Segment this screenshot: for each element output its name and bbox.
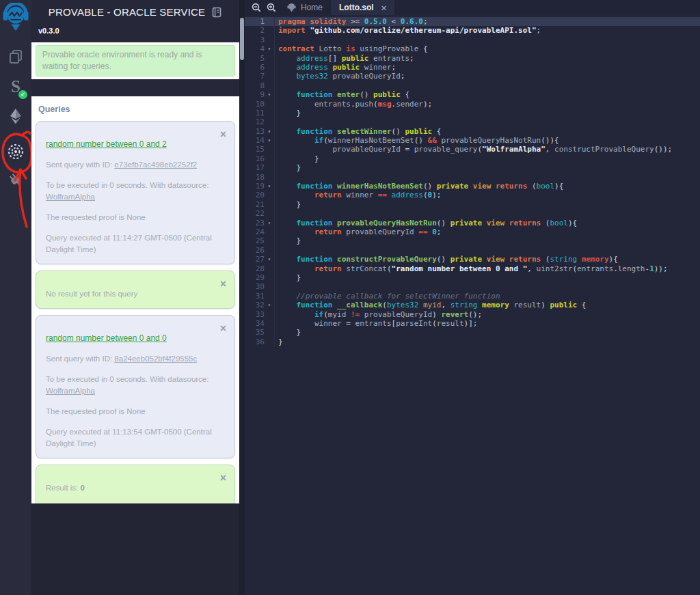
sidebar-item-solidity-compiler[interactable]: S ✓ (0, 78, 31, 95)
book-icon[interactable] (211, 7, 222, 18)
gutter: 35 (245, 328, 275, 337)
code-line: 1pragma solidity >= 0.5.0 < 0.6.0; (245, 17, 700, 26)
code-line-text: winner = entrants[parseInt(result)]; (275, 319, 477, 328)
line-number: 17 (245, 163, 265, 172)
line-number: 7 (245, 72, 265, 81)
zoom-in-button[interactable] (264, 0, 279, 15)
query-title-link[interactable]: random number between 0 and 2 (46, 139, 167, 149)
fold-arrow-icon[interactable]: ▾ (265, 127, 274, 136)
gutter: 15 (245, 145, 275, 154)
code-line: 32▾ function __callback(bytes32 myid, st… (245, 301, 700, 309)
code-line-text: } (275, 200, 301, 209)
fold-spacer (265, 26, 274, 35)
gutter: 18 (245, 173, 275, 182)
fold-spacer (265, 154, 274, 163)
line-number: 35 (245, 328, 265, 337)
gutter: 10 (245, 100, 275, 109)
gutter: 30 (245, 282, 275, 291)
query-card: ×Result is: 0Received at 11:14:05 GMT-05… (36, 465, 235, 503)
sidebar-item-deploy-run[interactable] (0, 108, 31, 124)
gutter: 11 (245, 109, 275, 117)
gutter: 22 (245, 209, 275, 218)
close-tab-icon[interactable]: × (381, 3, 387, 13)
fold-arrow-icon[interactable]: ▾ (265, 301, 274, 309)
close-card-button[interactable]: × (220, 129, 226, 140)
line-number: 8 (245, 81, 265, 90)
gutter: 8 (245, 81, 275, 90)
sidebar-item-provable-plugin[interactable] (0, 142, 31, 161)
code-area[interactable]: 1pragma solidity >= 0.5.0 < 0.6.0;2impor… (245, 15, 700, 595)
code-line: 34 winner = entrants[parseInt(result)]; (245, 319, 700, 328)
query-title-link[interactable]: random number between 0 and 0 (46, 333, 167, 343)
panel-scrollbar-track (239, 0, 245, 595)
gutter: 34 (245, 319, 275, 328)
line-number: 25 (245, 236, 265, 245)
fold-arrow-icon[interactable]: ▾ (265, 219, 274, 227)
tab-list: HomeLotto.sol× (279, 0, 394, 15)
code-line-text: //provable callback for selectWinner fun… (275, 292, 500, 301)
zoom-out-button[interactable] (249, 0, 264, 15)
code-line-text: return winner == address(0); (275, 191, 441, 199)
sidebar-item-plugin-manager[interactable] (0, 172, 31, 189)
code-line: 16 } (245, 154, 700, 163)
code-line: 18 (245, 173, 700, 182)
code-line: 23▾ function provableQueryHasNotRun() pr… (245, 219, 700, 227)
fold-arrow-icon[interactable]: ▾ (265, 182, 274, 191)
query-id-link[interactable]: 8a24eeb052bf4f29555c (114, 355, 197, 363)
gutter: 33 (245, 310, 275, 319)
provable-panel: PROVABLE - ORACLE SERVICE v0.3.0 Provabl… (31, 0, 239, 595)
code-line-text: } (275, 163, 301, 172)
datasource-link[interactable]: WolframAlpha (46, 193, 95, 201)
code-line: 15 provableQueryId = provable_query("Wol… (245, 145, 700, 154)
fold-spacer (265, 273, 274, 282)
datasource-link[interactable]: WolframAlpha (46, 387, 95, 395)
code-line: 2import "github.com/oraclize/ethereum-ap… (245, 26, 700, 35)
code-line: 8 (245, 81, 700, 90)
line-number: 19 (245, 182, 265, 191)
panel-version: v0.3.0 (38, 27, 232, 35)
editor-tab-bar: HomeLotto.sol× (245, 0, 700, 15)
notice-text: No result yet for this query (46, 288, 225, 300)
gutter: 31 (245, 292, 275, 301)
gutter: 7 (245, 72, 275, 81)
panel-scrollbar-thumb[interactable] (240, 18, 244, 60)
fold-spacer (265, 72, 274, 81)
code-line: 14▾ if(winnerHasNotBeenSet() && provable… (245, 136, 700, 145)
code-editor-region: HomeLotto.sol× 1pragma solidity >= 0.5.0… (245, 0, 700, 595)
code-line-text: } (275, 337, 283, 346)
code-line: 12 (245, 117, 700, 126)
close-card-button[interactable]: × (220, 473, 226, 484)
code-line-text (275, 117, 278, 126)
line-number: 15 (245, 145, 265, 154)
fold-spacer (265, 81, 274, 90)
tab-home[interactable]: Home (279, 0, 331, 15)
gutter: 4▾ (245, 44, 275, 53)
line-number: 20 (245, 191, 265, 199)
close-card-button[interactable]: × (220, 279, 226, 290)
fold-arrow-icon[interactable]: ▾ (265, 44, 274, 53)
fold-arrow-icon[interactable]: ▾ (265, 255, 274, 264)
code-line: 10 entrants.push(msg.sender); (245, 100, 700, 109)
code-line-text: entrants.push(msg.sender); (275, 100, 432, 109)
section-divider (31, 79, 239, 96)
code-line: 22 (245, 209, 700, 218)
tab-lotto-sol[interactable]: Lotto.sol× (331, 0, 394, 15)
provable-logo[interactable] (0, 3, 31, 31)
query-id-link[interactable]: e73efb7ac498eb2252f2 (114, 161, 197, 169)
code-line: 35 } (245, 328, 700, 337)
code-line: 11 } (245, 109, 700, 117)
code-line-text (275, 36, 278, 44)
fold-spacer (265, 337, 274, 346)
fold-arrow-icon[interactable]: ▾ (265, 90, 274, 99)
code-line: 25 } (245, 236, 700, 245)
line-number: 13 (245, 127, 265, 136)
fold-arrow-icon[interactable]: ▾ (265, 136, 274, 145)
line-number: 33 (245, 310, 265, 319)
code-line-text: bytes32 provableQueryId; (275, 72, 405, 81)
compile-success-badge-icon: ✓ (17, 89, 29, 100)
code-line-text (275, 173, 278, 182)
sidebar-item-file-explorer[interactable] (0, 49, 31, 64)
code-line: 28 return strConcat("random number betwe… (245, 264, 700, 273)
close-card-button[interactable]: × (220, 323, 226, 334)
queries-heading: Queries (38, 105, 235, 114)
